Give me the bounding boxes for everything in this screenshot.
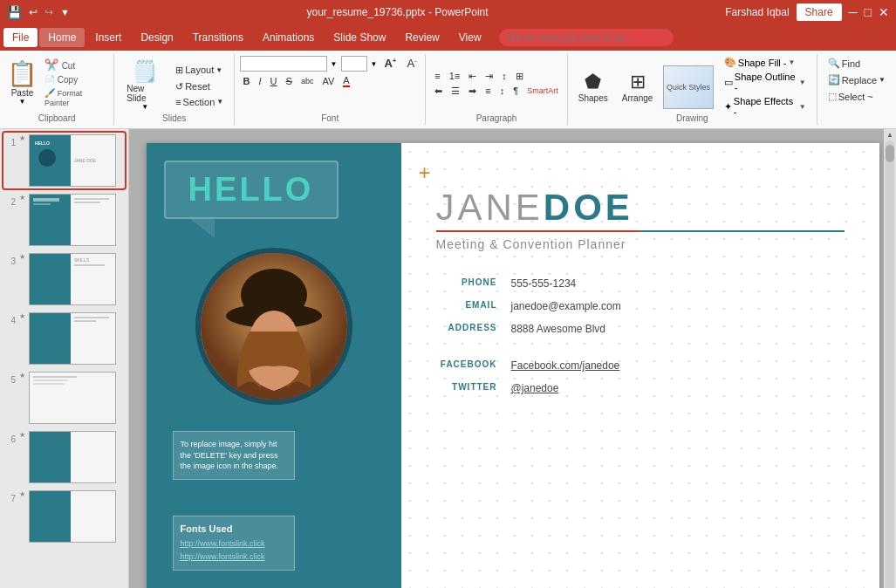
- align-right-button[interactable]: ➡: [465, 85, 480, 98]
- font-name-input[interactable]: [240, 56, 327, 72]
- paste-dropdown[interactable]: ▼: [19, 98, 26, 106]
- font-label: Font: [235, 113, 425, 123]
- save-icon[interactable]: 💾: [7, 5, 22, 19]
- shape-effects-dropdown[interactable]: ▼: [799, 103, 806, 111]
- maximize-button[interactable]: □: [865, 5, 872, 19]
- font-size-input[interactable]: [341, 56, 367, 72]
- line-spacing-button[interactable]: ↕: [496, 85, 509, 98]
- slide-thumb-1[interactable]: 1 ★ HELLO JANE DOE: [3, 133, 125, 188]
- columns-button[interactable]: ⊞: [512, 70, 527, 83]
- font-color-button[interactable]: A: [339, 74, 352, 88]
- underline-button[interactable]: U: [267, 75, 281, 87]
- menu-item-animations[interactable]: Animations: [254, 28, 323, 47]
- reset-button[interactable]: ↺ Reset: [172, 79, 227, 94]
- paragraph-spacing-button[interactable]: ¶: [510, 85, 522, 98]
- shape-outline-button[interactable]: ▭ Shape Outline - ▼: [721, 71, 810, 93]
- font-group: ▼ ▼ A+ A- B I U S abc AV A Font: [235, 54, 426, 125]
- layout-button[interactable]: ⊞ Layout ▼: [172, 63, 227, 78]
- scroll-track[interactable]: [886, 140, 894, 588]
- menu-item-view[interactable]: View: [450, 28, 490, 47]
- paste-button[interactable]: 📋 Paste ▼: [5, 58, 39, 107]
- find-button[interactable]: 🔍 Find: [824, 56, 889, 71]
- fonts-used-title: Fonts Used: [181, 523, 287, 534]
- shape-outline-icon: ▭: [724, 77, 733, 88]
- arrange-button[interactable]: ⊞ Arrange: [619, 69, 657, 105]
- shape-outline-dropdown[interactable]: ▼: [799, 79, 806, 86]
- smartart-button[interactable]: SmartArt: [523, 85, 562, 98]
- replace-dropdown[interactable]: ▼: [879, 76, 886, 84]
- menu-item-slideshow[interactable]: Slide Show: [325, 28, 394, 47]
- share-button[interactable]: Share: [797, 3, 842, 21]
- star-icon-2: ★: [19, 194, 25, 202]
- align-center-button[interactable]: ☰: [448, 85, 463, 98]
- smallcaps-button[interactable]: abc: [298, 76, 318, 86]
- shapes-button[interactable]: ⬟ Shapes: [575, 69, 612, 105]
- customize-icon[interactable]: ▼: [60, 7, 70, 17]
- align-left-button[interactable]: ⬅: [431, 85, 446, 98]
- menu-item-transitions[interactable]: Transitions: [184, 28, 252, 47]
- format-painter-button[interactable]: 🖌️ Format Painter: [43, 87, 108, 108]
- increase-font-button[interactable]: A+: [380, 56, 400, 71]
- canvas-vscroll-top[interactable]: ▲ ▼: [884, 129, 896, 588]
- section-icon: ≡: [175, 97, 181, 107]
- contact-section: PHONE 555-555-1234 EMAIL janedoe@example…: [436, 277, 845, 394]
- shape-fill-dropdown[interactable]: ▼: [789, 58, 796, 66]
- quick-styles-button[interactable]: Quick Styles: [663, 65, 714, 109]
- italic-button[interactable]: I: [256, 75, 265, 87]
- slide-thumb-3[interactable]: 3 ★ SKILLS: [3, 251, 125, 307]
- shape-effects-icon: ✦: [724, 101, 732, 113]
- new-slide-button[interactable]: 🗒️ New Slide ▼: [121, 56, 168, 114]
- scroll-handle[interactable]: [886, 145, 894, 162]
- first-name: JANE: [436, 187, 544, 228]
- facebook-row: FACEBOOK Facebook.com/janedoe: [436, 359, 845, 372]
- slide-panel[interactable]: 1 ★ HELLO JANE DOE 2 ★: [0, 129, 129, 588]
- facebook-value: Facebook.com/janedoe: [511, 359, 620, 372]
- copy-button[interactable]: 📄 Copy: [43, 74, 108, 85]
- font-size-dropdown[interactable]: ▼: [371, 60, 378, 68]
- decrease-font-button[interactable]: A-: [404, 56, 421, 71]
- close-button[interactable]: ✕: [879, 5, 889, 19]
- font-name-dropdown[interactable]: ▼: [331, 60, 338, 68]
- menu-item-review[interactable]: Review: [396, 28, 448, 47]
- slide-num-2: 2: [5, 197, 16, 207]
- slide-thumb-4[interactable]: 4 ★: [3, 311, 125, 366]
- arrange-icon: ⊞: [630, 71, 646, 93]
- redo-icon[interactable]: ↪: [44, 6, 53, 18]
- menu-item-file[interactable]: File: [3, 28, 38, 47]
- scroll-up-arrow[interactable]: ▲: [886, 131, 893, 139]
- slide-thumbnail-1: HELLO JANE DOE: [29, 134, 116, 187]
- paragraph-label: Paragraph: [426, 113, 567, 123]
- slide-thumb-2[interactable]: 2 ★: [3, 192, 125, 248]
- menu-item-home[interactable]: Home: [39, 28, 85, 47]
- text-direction-button[interactable]: ↕: [498, 70, 510, 83]
- name-display: JANEDOE: [436, 187, 845, 229]
- menu-item-design[interactable]: Design: [132, 28, 181, 47]
- slide-thumb-6[interactable]: 6 ★: [3, 429, 125, 485]
- undo-icon[interactable]: ↩: [29, 6, 38, 18]
- cut-button[interactable]: ✂️ Cut: [43, 58, 108, 72]
- replace-button[interactable]: 🔄 Replace ▼: [824, 72, 889, 87]
- paste-side: ✂️ Cut 📄 Copy 🖌️ Format Painter: [43, 58, 108, 108]
- justify-button[interactable]: ≡: [482, 85, 494, 98]
- email-label: EMAIL: [436, 300, 497, 310]
- shape-fill-icon: 🎨: [724, 57, 736, 68]
- slide-thumb-7[interactable]: 7 ★: [3, 489, 125, 544]
- select-button[interactable]: ⬚ Select ~: [824, 89, 889, 104]
- phone-row: PHONE 555-555-1234: [436, 277, 845, 290]
- new-slide-dropdown[interactable]: ▼: [141, 103, 148, 111]
- help-search-input[interactable]: [499, 29, 674, 46]
- minimize-button[interactable]: ─: [849, 5, 858, 19]
- numbered-list-button[interactable]: 1≡: [446, 70, 464, 83]
- char-spacing-button[interactable]: AV: [318, 75, 338, 87]
- shape-fill-button[interactable]: 🎨 Shape Fill - ▼: [721, 56, 810, 69]
- slide-right-panel: + JANEDOE Meeting & Convention Planner P…: [401, 143, 879, 588]
- slide-thumb-5[interactable]: 5 ★: [3, 370, 125, 426]
- menu-item-insert[interactable]: Insert: [86, 28, 130, 47]
- section-button[interactable]: ≡ Section ▼: [172, 96, 227, 108]
- bullet-list-button[interactable]: ≡: [431, 70, 443, 83]
- increase-indent-button[interactable]: ⇥: [482, 70, 496, 83]
- fonts-used-links: http://www.fontslink.click http://www.fo…: [181, 537, 287, 563]
- strikethrough-button[interactable]: S: [283, 75, 296, 87]
- decrease-indent-button[interactable]: ⇤: [465, 70, 480, 83]
- bold-button[interactable]: B: [240, 75, 254, 87]
